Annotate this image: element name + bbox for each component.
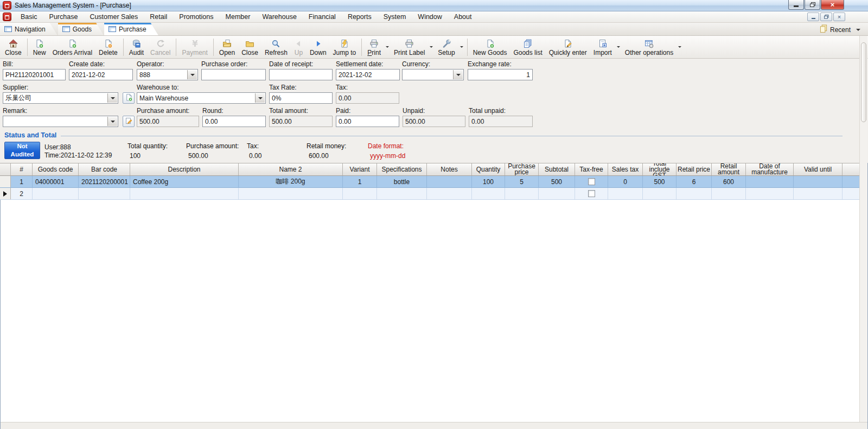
- toolbar-button-new[interactable]: New: [30, 36, 49, 58]
- scrollbar-thumb[interactable]: [861, 42, 866, 122]
- warehouse-to-field[interactable]: Main Warehouse: [137, 92, 266, 104]
- toolbar-button-setup[interactable]: Setup: [435, 36, 458, 58]
- grid-cell-specifications-row2[interactable]: [377, 188, 427, 199]
- grid-column-header-specifications[interactable]: Specifications: [377, 163, 427, 175]
- date-of-receipt-field[interactable]: [269, 69, 333, 80]
- grid-cell-date-of-manufacture-row2[interactable]: [746, 188, 794, 199]
- grid-cell-notes-row2[interactable]: [427, 188, 472, 199]
- toolbar-button-refresh[interactable]: Refresh: [261, 36, 291, 58]
- grid-cell-purchase-price-row2[interactable]: [505, 188, 539, 199]
- toolbar-button-payment[interactable]: ¥Payment: [178, 36, 210, 58]
- grid-cell-quantity-row2[interactable]: [472, 188, 505, 199]
- toolbar-button-quickly-enter[interactable]: Quickly enter: [546, 36, 590, 58]
- grid-cell-description-row2[interactable]: [130, 188, 239, 199]
- toolbar-button-cancel[interactable]: Cancel: [147, 36, 174, 58]
- round-field[interactable]: 0.00: [202, 116, 266, 127]
- tax-rate-field[interactable]: 0%: [269, 92, 333, 104]
- menu-item-warehouse[interactable]: Warehouse: [256, 11, 302, 23]
- grid-row-2[interactable]: 2: [0, 188, 859, 200]
- grid-row-1[interactable]: 1040000012021120200001Coffee 200g咖啡 200g…: [0, 176, 859, 188]
- unpaid-field[interactable]: 500.00: [403, 116, 465, 127]
- grid-cell-valid-until-row1[interactable]: [794, 176, 843, 187]
- grid-cell-sales-tax-row1[interactable]: 0: [608, 176, 643, 187]
- grid-cell-goods-code-row1[interactable]: 04000001: [33, 176, 79, 187]
- menu-item-basic[interactable]: Basic: [15, 11, 43, 23]
- vertical-scrollbar[interactable]: [859, 36, 867, 422]
- tab-goods[interactable]: Goods: [58, 23, 104, 35]
- mdi-minimize-button[interactable]: [807, 12, 819, 21]
- grid-cell-item-row2[interactable]: 2: [11, 188, 33, 199]
- tax-free-checkbox[interactable]: [588, 190, 595, 197]
- grid-cell-name-2-row2[interactable]: [239, 188, 343, 199]
- create-date-field[interactable]: 2021-12-02: [69, 69, 133, 80]
- grid-cell-notes-row1[interactable]: [427, 176, 472, 187]
- grid-column-header-description[interactable]: Description: [130, 163, 239, 175]
- tab-navigation[interactable]: Navigation: [0, 23, 58, 35]
- grid-cell-retail-amount-row2[interactable]: [712, 188, 746, 199]
- toolbar-button-import-dropdown[interactable]: [615, 37, 622, 57]
- toolbar-button-delete[interactable]: Delete: [95, 36, 121, 58]
- grid-column-header-name-2[interactable]: Name 2: [239, 163, 343, 175]
- operator-field[interactable]: 888: [137, 69, 198, 80]
- grid-column-header-retail-price[interactable]: Retail price: [676, 163, 712, 175]
- recent-dropdown-icon[interactable]: [856, 29, 860, 31]
- bill-field[interactable]: PH21120201001: [3, 69, 66, 80]
- grid-cell-valid-until-row2[interactable]: [794, 188, 843, 199]
- grid-column-header-tax-free[interactable]: Tax-free: [575, 163, 608, 175]
- grid-row-selector[interactable]: [0, 176, 11, 187]
- grid-column-header-valid-until[interactable]: Valid until: [794, 163, 843, 175]
- toolbar-button-print[interactable]: Print: [364, 36, 384, 58]
- grid-cell-variant-row2[interactable]: [343, 188, 377, 199]
- total-amount-field[interactable]: 500.00: [269, 116, 333, 127]
- grid-column-header-date-of-manufacture[interactable]: Date of manufacture: [746, 163, 794, 175]
- warehouse-to-dropdown-button[interactable]: [255, 93, 265, 103]
- menu-item-customer-sales[interactable]: Customer Sales: [84, 11, 144, 23]
- tax-free-checkbox[interactable]: [588, 178, 595, 185]
- menu-item-reports[interactable]: Reports: [342, 11, 378, 23]
- tax-field[interactable]: 0.00: [336, 92, 399, 104]
- grid-cell-bar-code-row2[interactable]: [79, 188, 130, 199]
- grid-cell-sales-tax-row2[interactable]: [608, 188, 643, 199]
- remark-aux-button[interactable]: [123, 116, 135, 127]
- menu-item-promotions[interactable]: Promotions: [173, 11, 219, 23]
- grid-cell-bar-code-row1[interactable]: 2021120200001: [79, 176, 130, 187]
- menu-item-system[interactable]: System: [378, 11, 412, 23]
- grid-cell-retail-price-row2[interactable]: [676, 188, 712, 199]
- grid-column-header-bar-code[interactable]: Bar code: [79, 163, 130, 175]
- menu-item-member[interactable]: Member: [220, 11, 257, 23]
- toolbar-button-close-2[interactable]: Close: [238, 36, 261, 58]
- toolbar-button-print-label[interactable]: Print Label: [391, 36, 428, 58]
- grid-cell-date-of-manufacture-row1[interactable]: [746, 176, 794, 187]
- grid-cell-total-include-gst-row2[interactable]: [643, 188, 676, 199]
- grid-column-header-purchase-price[interactable]: Purchase price: [505, 163, 539, 175]
- toolbar-button-other-operations[interactable]: Other operations: [622, 36, 676, 58]
- exchange-rate-field[interactable]: 1: [468, 69, 533, 80]
- toolbar-button-print-dropdown[interactable]: [384, 37, 391, 57]
- grid-cell-retail-amount-row1[interactable]: 600: [712, 176, 746, 187]
- supplier-aux-button[interactable]: [123, 92, 135, 104]
- purchase-amount-field[interactable]: 500.00: [137, 116, 199, 127]
- grid-column-header-goods-code[interactable]: Goods code: [33, 163, 79, 175]
- paid-field[interactable]: 0.00: [336, 116, 399, 127]
- toolbar-button-setup-dropdown[interactable]: [458, 37, 465, 57]
- grid-cell-subtotal-row2[interactable]: [539, 188, 575, 199]
- settlement-date-field[interactable]: 2021-12-02: [336, 69, 400, 80]
- grid-cell-goods-code-row2[interactable]: [33, 188, 79, 199]
- grid-cell-tax-free-row2[interactable]: [575, 188, 608, 199]
- grid-cell-total-include-gst-row1[interactable]: 500: [643, 176, 676, 187]
- mdi-restore-button[interactable]: [820, 12, 832, 21]
- purchase-order-field[interactable]: [201, 69, 266, 80]
- toolbar-button-up[interactable]: Up: [291, 36, 307, 58]
- supplier-dropdown-button[interactable]: [107, 93, 117, 103]
- menu-item-purchase[interactable]: Purchase: [43, 11, 84, 23]
- grid-cell-retail-price-row1[interactable]: 6: [676, 176, 712, 187]
- grid-cell-specifications-row1[interactable]: bottle: [377, 176, 427, 187]
- grid-column-header-retail-amount[interactable]: Retail amount: [712, 163, 746, 175]
- grid-cell-quantity-row1[interactable]: 100: [472, 176, 505, 187]
- recent-button[interactable]: Recent: [820, 24, 860, 35]
- currency-dropdown-button[interactable]: [453, 70, 463, 79]
- toolbar-button-open[interactable]: Open: [216, 36, 238, 58]
- supplier-field[interactable]: 乐巢公司: [3, 92, 118, 104]
- toolbar-button-import[interactable]: Import: [590, 36, 615, 58]
- close-button[interactable]: ×: [821, 0, 844, 10]
